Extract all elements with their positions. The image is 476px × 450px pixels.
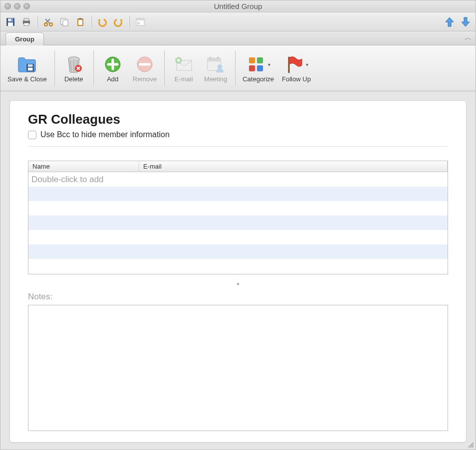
delete-button[interactable]: Delete — [58, 52, 90, 84]
flag-icon — [285, 55, 303, 73]
svg-rect-16 — [137, 22, 140, 24]
email-label: E-mail — [175, 75, 193, 83]
arrow-down-icon — [460, 16, 471, 28]
print-button[interactable] — [19, 15, 33, 29]
save-and-close-label: Save & Close — [7, 75, 47, 83]
add-label: Add — [107, 75, 118, 83]
svg-rect-15 — [136, 18, 144, 20]
undo-icon — [97, 17, 108, 27]
meeting-label: Meeting — [204, 75, 227, 83]
categorize-label: Categorize — [242, 75, 274, 83]
cut-button[interactable] — [41, 15, 55, 29]
save-folder-icon — [17, 55, 37, 74]
redo-icon — [113, 17, 124, 27]
svg-rect-27 — [208, 58, 221, 62]
remove-button[interactable]: Remove — [129, 52, 161, 84]
bcc-row: Use Bcc to hide member information — [28, 130, 448, 139]
svg-rect-12 — [78, 20, 82, 25]
svg-rect-34 — [257, 65, 263, 71]
notes-textarea[interactable] — [28, 305, 448, 431]
tab-group[interactable]: Group — [5, 32, 44, 45]
close-window-button[interactable] — [4, 3, 11, 9]
copy-button[interactable] — [57, 15, 71, 29]
email-button[interactable]: E-mail — [168, 52, 200, 84]
form-icon — [135, 17, 145, 26]
table-row[interactable] — [28, 244, 448, 259]
save-button[interactable] — [3, 15, 17, 29]
members-table[interactable]: Name E-mail Double-click to add — [28, 161, 448, 274]
resize-grip[interactable] — [468, 442, 475, 449]
ribbon: Save & Close Delete Add — [0, 45, 476, 91]
svg-rect-3 — [11, 19, 12, 21]
arrow-up-icon — [444, 16, 455, 28]
chevron-up-icon: ︿ — [465, 33, 472, 41]
table-row[interactable] — [28, 259, 448, 273]
add-button[interactable]: Add — [97, 52, 129, 84]
categorize-button[interactable]: ▾ Categorize — [238, 52, 278, 84]
envelope-icon — [174, 55, 194, 73]
column-header-name[interactable]: Name — [28, 161, 139, 172]
svg-rect-2 — [8, 22, 13, 26]
notes-label: Notes: — [28, 292, 448, 302]
previous-item-button[interactable] — [443, 15, 457, 29]
window-title: Untitled Group — [0, 2, 476, 10]
resize-grip-icon — [468, 442, 475, 449]
table-row[interactable] — [28, 216, 448, 230]
dropdown-caret-icon: ▾ — [306, 62, 308, 67]
bcc-checkbox[interactable] — [28, 131, 36, 139]
group-card: GR Colleagues Use Bcc to hide member inf… — [9, 100, 467, 443]
svg-rect-5 — [24, 18, 29, 21]
dropdown-caret-icon: ▾ — [268, 62, 270, 67]
floppy-icon — [5, 17, 15, 27]
clipboard-icon — [75, 17, 85, 27]
calendar-person-icon — [206, 55, 226, 74]
follow-up-button[interactable]: ▾ Follow Up — [278, 52, 315, 84]
next-item-button[interactable] — [459, 15, 473, 29]
svg-point-7 — [44, 23, 47, 26]
paste-button[interactable] — [73, 15, 87, 29]
svg-rect-32 — [257, 57, 263, 63]
bcc-label: Use Bcc to hide member information — [40, 130, 170, 139]
table-row[interactable] — [28, 201, 448, 216]
copy-icon — [59, 17, 69, 27]
meeting-button[interactable]: Meeting — [200, 52, 232, 84]
scrapbook-button[interactable] — [133, 15, 147, 29]
table-body[interactable]: Double-click to add — [28, 172, 448, 274]
collapse-ribbon-button[interactable]: ︿ — [465, 33, 472, 42]
quick-toolbar — [0, 12, 476, 31]
svg-rect-33 — [249, 65, 255, 71]
splitter-handle[interactable]: ▲ — [28, 280, 448, 286]
svg-rect-10 — [63, 20, 68, 26]
svg-rect-18 — [28, 64, 33, 67]
svg-point-28 — [210, 57, 212, 59]
group-name-heading[interactable]: GR Colleagues — [28, 112, 448, 127]
trash-icon — [64, 54, 84, 74]
table-header: Name E-mail — [28, 161, 448, 172]
toolbar-separator — [37, 16, 38, 28]
titlebar: Untitled Group — [0, 0, 476, 12]
save-and-close-button[interactable]: Save & Close — [3, 52, 51, 84]
column-header-email[interactable]: E-mail — [139, 161, 448, 172]
redo-button[interactable] — [111, 15, 125, 29]
tab-row: Group ︿ — [0, 31, 476, 45]
delete-label: Delete — [64, 75, 83, 83]
table-row[interactable]: Double-click to add — [28, 172, 448, 187]
printer-icon — [21, 17, 31, 27]
table-row[interactable] — [28, 187, 448, 201]
minimize-window-button[interactable] — [14, 3, 20, 9]
categories-icon — [247, 55, 265, 73]
svg-point-30 — [218, 64, 223, 69]
svg-point-8 — [49, 23, 52, 26]
svg-rect-19 — [28, 68, 33, 71]
window: Untitled Group — [0, 0, 476, 450]
scissors-icon — [43, 17, 53, 27]
undo-button[interactable] — [95, 15, 109, 29]
tab-label: Group — [15, 35, 34, 43]
svg-rect-31 — [249, 57, 255, 63]
table-row[interactable] — [28, 230, 448, 244]
zoom-window-button[interactable] — [23, 3, 30, 9]
plus-circle-icon — [104, 55, 122, 73]
traffic-lights — [0, 3, 30, 9]
add-member-placeholder[interactable]: Double-click to add — [28, 175, 104, 185]
toolbar-separator — [129, 16, 130, 28]
